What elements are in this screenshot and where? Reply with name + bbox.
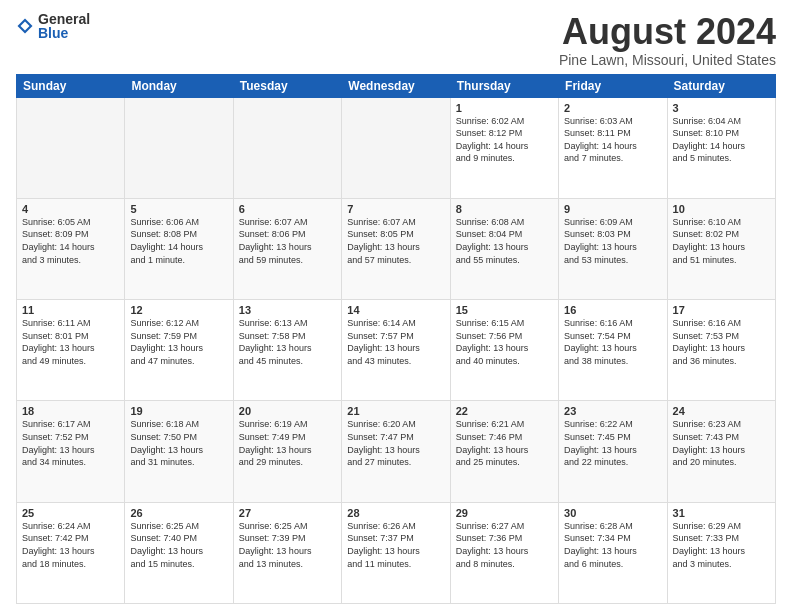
page: General Blue August 2024 Pine Lawn, Miss…	[0, 0, 792, 612]
day-number: 1	[456, 102, 553, 114]
day-info: Sunrise: 6:29 AM Sunset: 7:33 PM Dayligh…	[673, 520, 770, 570]
calendar-cell-w4-d6: 31Sunrise: 6:29 AM Sunset: 7:33 PM Dayli…	[667, 502, 775, 603]
col-monday: Monday	[125, 74, 233, 97]
day-number: 11	[22, 304, 119, 316]
day-number: 29	[456, 507, 553, 519]
day-number: 19	[130, 405, 227, 417]
calendar-cell-w3-d2: 20Sunrise: 6:19 AM Sunset: 7:49 PM Dayli…	[233, 401, 341, 502]
week-row-2: 11Sunrise: 6:11 AM Sunset: 8:01 PM Dayli…	[17, 300, 776, 401]
day-number: 15	[456, 304, 553, 316]
col-friday: Friday	[559, 74, 667, 97]
col-wednesday: Wednesday	[342, 74, 450, 97]
day-number: 4	[22, 203, 119, 215]
calendar-cell-w4-d4: 29Sunrise: 6:27 AM Sunset: 7:36 PM Dayli…	[450, 502, 558, 603]
header-row: Sunday Monday Tuesday Wednesday Thursday…	[17, 74, 776, 97]
calendar-cell-w0-d2	[233, 97, 341, 198]
day-info: Sunrise: 6:20 AM Sunset: 7:47 PM Dayligh…	[347, 418, 444, 468]
day-info: Sunrise: 6:17 AM Sunset: 7:52 PM Dayligh…	[22, 418, 119, 468]
calendar-cell-w3-d4: 22Sunrise: 6:21 AM Sunset: 7:46 PM Dayli…	[450, 401, 558, 502]
week-row-0: 1Sunrise: 6:02 AM Sunset: 8:12 PM Daylig…	[17, 97, 776, 198]
calendar-cell-w4-d5: 30Sunrise: 6:28 AM Sunset: 7:34 PM Dayli…	[559, 502, 667, 603]
day-info: Sunrise: 6:07 AM Sunset: 8:06 PM Dayligh…	[239, 216, 336, 266]
day-number: 7	[347, 203, 444, 215]
calendar-cell-w2-d1: 12Sunrise: 6:12 AM Sunset: 7:59 PM Dayli…	[125, 300, 233, 401]
day-number: 14	[347, 304, 444, 316]
calendar-cell-w0-d5: 2Sunrise: 6:03 AM Sunset: 8:11 PM Daylig…	[559, 97, 667, 198]
calendar-cell-w1-d1: 5Sunrise: 6:06 AM Sunset: 8:08 PM Daylig…	[125, 198, 233, 299]
day-number: 31	[673, 507, 770, 519]
calendar-cell-w0-d4: 1Sunrise: 6:02 AM Sunset: 8:12 PM Daylig…	[450, 97, 558, 198]
calendar-cell-w0-d6: 3Sunrise: 6:04 AM Sunset: 8:10 PM Daylig…	[667, 97, 775, 198]
week-row-3: 18Sunrise: 6:17 AM Sunset: 7:52 PM Dayli…	[17, 401, 776, 502]
logo-icon	[16, 17, 34, 35]
day-info: Sunrise: 6:23 AM Sunset: 7:43 PM Dayligh…	[673, 418, 770, 468]
calendar-cell-w3-d6: 24Sunrise: 6:23 AM Sunset: 7:43 PM Dayli…	[667, 401, 775, 502]
day-number: 20	[239, 405, 336, 417]
day-number: 26	[130, 507, 227, 519]
logo-general-text: General	[38, 12, 90, 26]
day-info: Sunrise: 6:18 AM Sunset: 7:50 PM Dayligh…	[130, 418, 227, 468]
day-info: Sunrise: 6:25 AM Sunset: 7:39 PM Dayligh…	[239, 520, 336, 570]
calendar-cell-w2-d6: 17Sunrise: 6:16 AM Sunset: 7:53 PM Dayli…	[667, 300, 775, 401]
day-info: Sunrise: 6:08 AM Sunset: 8:04 PM Dayligh…	[456, 216, 553, 266]
calendar-cell-w3-d0: 18Sunrise: 6:17 AM Sunset: 7:52 PM Dayli…	[17, 401, 125, 502]
calendar-cell-w2-d3: 14Sunrise: 6:14 AM Sunset: 7:57 PM Dayli…	[342, 300, 450, 401]
day-number: 27	[239, 507, 336, 519]
calendar-cell-w0-d1	[125, 97, 233, 198]
day-number: 16	[564, 304, 661, 316]
day-info: Sunrise: 6:05 AM Sunset: 8:09 PM Dayligh…	[22, 216, 119, 266]
day-info: Sunrise: 6:04 AM Sunset: 8:10 PM Dayligh…	[673, 115, 770, 165]
col-saturday: Saturday	[667, 74, 775, 97]
day-info: Sunrise: 6:11 AM Sunset: 8:01 PM Dayligh…	[22, 317, 119, 367]
calendar-body: 1Sunrise: 6:02 AM Sunset: 8:12 PM Daylig…	[17, 97, 776, 603]
day-number: 17	[673, 304, 770, 316]
day-number: 22	[456, 405, 553, 417]
day-info: Sunrise: 6:22 AM Sunset: 7:45 PM Dayligh…	[564, 418, 661, 468]
day-info: Sunrise: 6:27 AM Sunset: 7:36 PM Dayligh…	[456, 520, 553, 570]
day-info: Sunrise: 6:16 AM Sunset: 7:53 PM Dayligh…	[673, 317, 770, 367]
calendar-cell-w4-d2: 27Sunrise: 6:25 AM Sunset: 7:39 PM Dayli…	[233, 502, 341, 603]
day-info: Sunrise: 6:24 AM Sunset: 7:42 PM Dayligh…	[22, 520, 119, 570]
calendar-cell-w0-d0	[17, 97, 125, 198]
week-row-4: 25Sunrise: 6:24 AM Sunset: 7:42 PM Dayli…	[17, 502, 776, 603]
calendar-cell-w1-d6: 10Sunrise: 6:10 AM Sunset: 8:02 PM Dayli…	[667, 198, 775, 299]
day-number: 25	[22, 507, 119, 519]
day-info: Sunrise: 6:10 AM Sunset: 8:02 PM Dayligh…	[673, 216, 770, 266]
day-info: Sunrise: 6:02 AM Sunset: 8:12 PM Dayligh…	[456, 115, 553, 165]
subtitle: Pine Lawn, Missouri, United States	[559, 52, 776, 68]
day-info: Sunrise: 6:25 AM Sunset: 7:40 PM Dayligh…	[130, 520, 227, 570]
day-number: 5	[130, 203, 227, 215]
calendar-cell-w1-d0: 4Sunrise: 6:05 AM Sunset: 8:09 PM Daylig…	[17, 198, 125, 299]
day-number: 28	[347, 507, 444, 519]
calendar-cell-w0-d3	[342, 97, 450, 198]
calendar-cell-w2-d2: 13Sunrise: 6:13 AM Sunset: 7:58 PM Dayli…	[233, 300, 341, 401]
day-info: Sunrise: 6:26 AM Sunset: 7:37 PM Dayligh…	[347, 520, 444, 570]
day-info: Sunrise: 6:03 AM Sunset: 8:11 PM Dayligh…	[564, 115, 661, 165]
title-area: August 2024 Pine Lawn, Missouri, United …	[559, 12, 776, 68]
day-info: Sunrise: 6:09 AM Sunset: 8:03 PM Dayligh…	[564, 216, 661, 266]
main-title: August 2024	[559, 12, 776, 52]
calendar-cell-w2-d4: 15Sunrise: 6:15 AM Sunset: 7:56 PM Dayli…	[450, 300, 558, 401]
col-sunday: Sunday	[17, 74, 125, 97]
logo-text: General Blue	[38, 12, 90, 40]
day-info: Sunrise: 6:16 AM Sunset: 7:54 PM Dayligh…	[564, 317, 661, 367]
day-info: Sunrise: 6:06 AM Sunset: 8:08 PM Dayligh…	[130, 216, 227, 266]
day-number: 21	[347, 405, 444, 417]
day-number: 13	[239, 304, 336, 316]
header: General Blue August 2024 Pine Lawn, Miss…	[16, 12, 776, 68]
day-number: 10	[673, 203, 770, 215]
day-number: 24	[673, 405, 770, 417]
day-number: 8	[456, 203, 553, 215]
logo-blue-text: Blue	[38, 26, 90, 40]
day-info: Sunrise: 6:14 AM Sunset: 7:57 PM Dayligh…	[347, 317, 444, 367]
day-info: Sunrise: 6:28 AM Sunset: 7:34 PM Dayligh…	[564, 520, 661, 570]
day-number: 3	[673, 102, 770, 114]
calendar-cell-w1-d4: 8Sunrise: 6:08 AM Sunset: 8:04 PM Daylig…	[450, 198, 558, 299]
week-row-1: 4Sunrise: 6:05 AM Sunset: 8:09 PM Daylig…	[17, 198, 776, 299]
calendar-table: Sunday Monday Tuesday Wednesday Thursday…	[16, 74, 776, 604]
day-number: 9	[564, 203, 661, 215]
day-number: 18	[22, 405, 119, 417]
calendar-cell-w4-d3: 28Sunrise: 6:26 AM Sunset: 7:37 PM Dayli…	[342, 502, 450, 603]
col-thursday: Thursday	[450, 74, 558, 97]
col-tuesday: Tuesday	[233, 74, 341, 97]
